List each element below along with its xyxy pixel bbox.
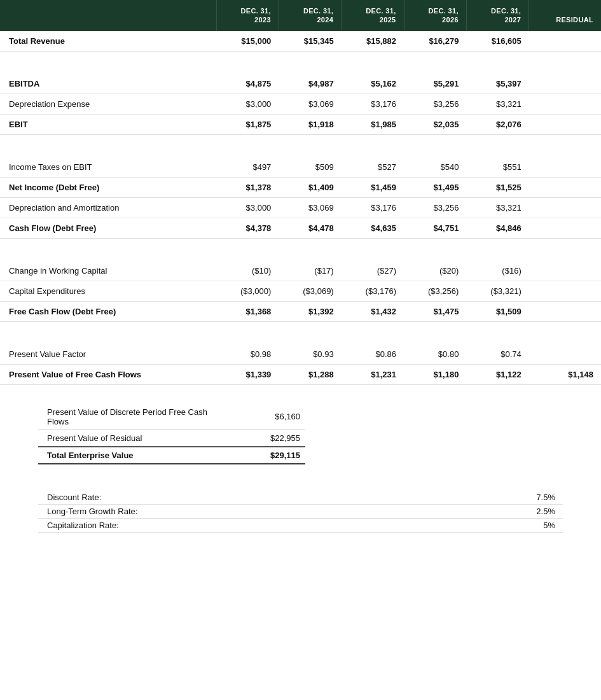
cell-cash-flow-1: $4,478 (279, 218, 341, 238)
cell-income-taxes-0: $497 (216, 157, 279, 178)
cell-pv-fcf-3: $1,180 (404, 364, 466, 384)
row-label-cash-flow: Cash Flow (Debt Free) (0, 218, 216, 238)
cell-ebitda-4: $5,397 (466, 74, 528, 94)
table-row-total-revenue: Total Revenue$15,000$15,345$15,882$16,27… (0, 31, 601, 52)
row-label-change-wc: Change in Working Capital (0, 261, 216, 281)
financial-table: DEC. 31,2023 DEC. 31,2024 DEC. 31,2025 D… (0, 0, 601, 385)
param-row-discount-rate: Discount Rate:7.5% (38, 491, 563, 505)
cell-pv-factor-3: $0.80 (404, 344, 466, 365)
summary-value-tev: $29,115 (254, 447, 305, 465)
cell-capex-1: ($3,069) (279, 281, 341, 301)
row-label-pv-factor: Present Value Factor (0, 344, 216, 365)
cell-total-revenue-0: $15,000 (216, 31, 279, 52)
table-row-pv-factor: Present Value Factor$0.98$0.93$0.86$0.80… (0, 344, 601, 365)
param-label-discount-rate: Discount Rate: (38, 491, 435, 505)
param-label-cap-rate: Capitalization Rate: (38, 518, 435, 532)
main-container: DEC. 31,2023 DEC. 31,2024 DEC. 31,2025 D… (0, 0, 601, 545)
cell-pv-factor-4: $0.74 (466, 344, 528, 365)
cell-net-income-1: $1,409 (279, 177, 341, 197)
cell-depreciation-expense-1: $3,069 (279, 94, 341, 114)
cell-fcf-0: $1,368 (216, 301, 279, 321)
cell-pv-fcf-2: $1,231 (342, 364, 404, 384)
cell-pv-factor-1: $0.93 (279, 344, 341, 365)
cell-cash-flow-4: $4,846 (466, 218, 528, 238)
row-label-pv-fcf: Present Value of Free Cash Flows (0, 364, 216, 384)
summary-label-tev: Total Enterprise Value (38, 447, 254, 465)
table-row-capex: Capital Expenditures($3,000)($3,069)($3,… (0, 281, 601, 301)
cell-cash-flow-5 (529, 218, 601, 238)
spacer-row (0, 134, 601, 157)
summary-value-pv-discrete: $6,160 (254, 404, 305, 430)
cell-total-revenue-1: $15,345 (279, 31, 341, 52)
cell-net-income-2: $1,459 (342, 177, 404, 197)
table-row-fcf: Free Cash Flow (Debt Free)$1,368$1,392$1… (0, 301, 601, 321)
row-label-ebitda: EBITDA (0, 74, 216, 94)
param-row-ltgr: Long-Term Growth Rate:2.5% (38, 504, 563, 518)
row-label-dep-amort: Depreciation and Amortization (0, 197, 216, 218)
cell-ebitda-0: $4,875 (216, 74, 279, 94)
cell-ebit-4: $2,076 (466, 114, 528, 134)
table-row-net-income: Net Income (Debt Free)$1,378$1,409$1,459… (0, 177, 601, 197)
cell-income-taxes-1: $509 (279, 157, 341, 178)
table-row-depreciation-expense: Depreciation Expense$3,000$3,069$3,176$3… (0, 94, 601, 114)
cell-income-taxes-5 (529, 157, 601, 178)
cell-depreciation-expense-5 (529, 94, 601, 114)
cell-net-income-0: $1,378 (216, 177, 279, 197)
row-label-net-income: Net Income (Debt Free) (0, 177, 216, 197)
summary-row-tev: Total Enterprise Value$29,115 (38, 447, 305, 465)
cell-dep-amort-2: $3,176 (342, 197, 404, 218)
cell-ebit-3: $2,035 (404, 114, 466, 134)
cell-change-wc-2: ($27) (342, 261, 404, 281)
spacer-row (0, 321, 601, 344)
row-label-income-taxes: Income Taxes on EBIT (0, 157, 216, 178)
summary-row-pv-discrete: Present Value of Discrete Period Free Ca… (38, 404, 305, 430)
cell-ebit-2: $1,985 (342, 114, 404, 134)
cell-pv-fcf-1: $1,288 (279, 364, 341, 384)
param-value-ltgr: 2.5% (435, 504, 563, 518)
row-label-fcf: Free Cash Flow (Debt Free) (0, 301, 216, 321)
cell-income-taxes-4: $551 (466, 157, 528, 178)
cell-capex-0: ($3,000) (216, 281, 279, 301)
cell-fcf-4: $1,509 (466, 301, 528, 321)
cell-cash-flow-3: $4,751 (404, 218, 466, 238)
cell-net-income-5 (529, 177, 601, 197)
cell-ebit-5 (529, 114, 601, 134)
cell-total-revenue-5 (529, 31, 601, 52)
cell-capex-3: ($3,256) (404, 281, 466, 301)
cell-income-taxes-2: $527 (342, 157, 404, 178)
param-label-ltgr: Long-Term Growth Rate: (38, 504, 435, 518)
table-row-dep-amort: Depreciation and Amortization$3,000$3,06… (0, 197, 601, 218)
row-label-total-revenue: Total Revenue (0, 31, 216, 52)
param-value-discount-rate: 7.5% (435, 491, 563, 505)
cell-pv-factor-5 (529, 344, 601, 365)
summary-section: Present Value of Discrete Period Free Ca… (0, 385, 601, 478)
cell-cash-flow-2: $4,635 (342, 218, 404, 238)
table-row-income-taxes: Income Taxes on EBIT$497$509$527$540$551 (0, 157, 601, 178)
summary-value-pv-residual: $22,955 (254, 430, 305, 447)
cell-dep-amort-3: $3,256 (404, 197, 466, 218)
cell-depreciation-expense-4: $3,321 (466, 94, 528, 114)
params-section: Discount Rate:7.5%Long-Term Growth Rate:… (0, 478, 601, 545)
cell-pv-fcf-5: $1,148 (529, 364, 601, 384)
cell-capex-4: ($3,321) (466, 281, 528, 301)
cell-pv-fcf-0: $1,339 (216, 364, 279, 384)
cell-depreciation-expense-2: $3,176 (342, 94, 404, 114)
cell-ebitda-2: $5,162 (342, 74, 404, 94)
param-value-cap-rate: 5% (435, 518, 563, 532)
cell-change-wc-1: ($17) (279, 261, 341, 281)
cell-pv-factor-2: $0.86 (342, 344, 404, 365)
table-header-row: DEC. 31,2023 DEC. 31,2024 DEC. 31,2025 D… (0, 0, 601, 31)
cell-pv-fcf-4: $1,122 (466, 364, 528, 384)
cell-fcf-3: $1,475 (404, 301, 466, 321)
cell-dep-amort-5 (529, 197, 601, 218)
cell-fcf-2: $1,432 (342, 301, 404, 321)
row-label-capex: Capital Expenditures (0, 281, 216, 301)
cell-dep-amort-1: $3,069 (279, 197, 341, 218)
cell-cash-flow-0: $4,378 (216, 218, 279, 238)
header-dec2027: DEC. 31,2027 (466, 0, 528, 31)
cell-change-wc-0: ($10) (216, 261, 279, 281)
cell-income-taxes-3: $540 (404, 157, 466, 178)
table-row-pv-fcf: Present Value of Free Cash Flows$1,339$1… (0, 364, 601, 384)
cell-total-revenue-3: $16,279 (404, 31, 466, 52)
row-label-depreciation-expense: Depreciation Expense (0, 94, 216, 114)
